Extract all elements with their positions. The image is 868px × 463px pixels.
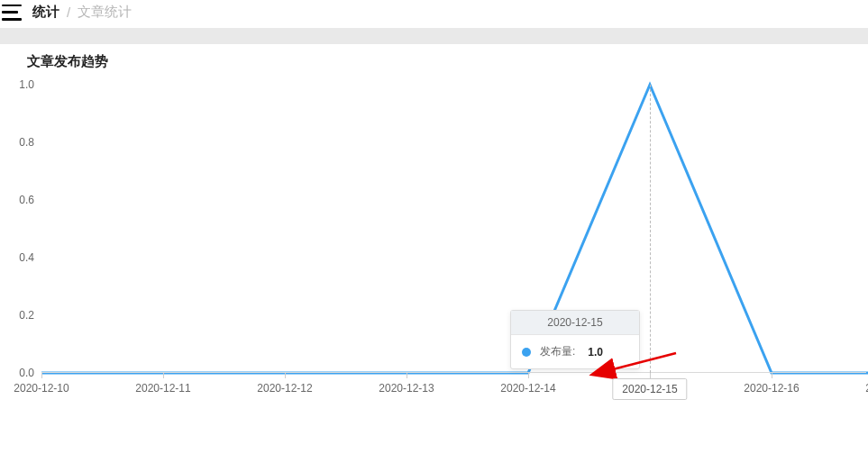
hover-guideline: [650, 85, 651, 373]
x-tick-mark: [41, 373, 42, 378]
chart-line-svg: [5, 85, 866, 373]
breadcrumb-current: 文章统计: [78, 4, 132, 21]
x-tick-label: 2020-12-11: [135, 382, 190, 395]
x-tick-mark: [772, 373, 772, 378]
x-axis: 2020-12-15 2020-12-102020-12-112020-12-1…: [5, 373, 866, 402]
tooltip-series-label: 发布量:: [540, 344, 575, 359]
svg-line-1: [613, 353, 676, 369]
x-tick-label: 2020-12-12: [257, 382, 312, 395]
tooltip-date: 2020-12-15: [511, 311, 639, 335]
menu-icon[interactable]: [2, 5, 22, 21]
x-tick-label: 2020-12-10: [14, 382, 69, 395]
tooltip-series-dot: [522, 348, 531, 357]
chart-title: 文章发布趋势: [2, 53, 857, 85]
chart-plot[interactable]: 0.00.20.40.60.81.0 2020-12-15 发布量: 1.0: [5, 85, 866, 373]
x-tick-mark: [528, 373, 529, 378]
breadcrumb: 统计 / 文章统计: [32, 4, 132, 21]
breadcrumb-root[interactable]: 统计: [32, 4, 59, 21]
x-highlight-label: 2020-12-15: [612, 378, 687, 400]
x-tick-mark: [650, 373, 651, 378]
x-tick-mark: [163, 373, 164, 378]
x-tick-label: 2020-12-13: [379, 382, 434, 395]
x-tick-mark: [285, 373, 286, 378]
chart-panel: 文章发布趋势 0.00.20.40.60.81.0 2020-12-15 发布量…: [0, 44, 868, 402]
x-tick-label: 2020-12-14: [500, 382, 555, 395]
header-divider: [0, 28, 868, 44]
header-bar: 统计 / 文章统计: [0, 0, 868, 28]
breadcrumb-separator: /: [67, 5, 70, 20]
x-tick-label: 2020-12-16: [744, 382, 799, 395]
chart-area: 0.00.20.40.60.81.0 2020-12-15 发布量: 1.0: [5, 85, 866, 402]
x-tick-mark: [407, 373, 407, 378]
